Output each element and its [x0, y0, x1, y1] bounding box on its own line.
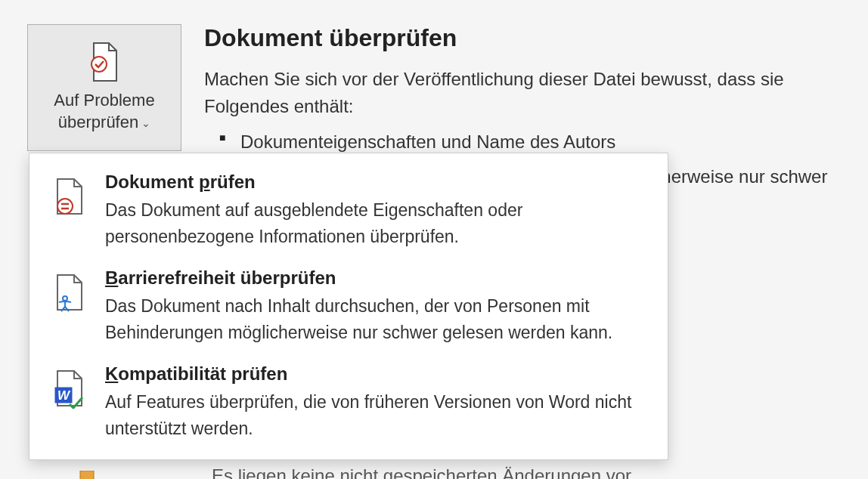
check-for-issues-button[interactable]: Auf Probleme überprüfen⌄: [27, 24, 181, 151]
chevron-down-icon: ⌄: [141, 116, 150, 130]
menu-item-title: Dokument prüfen: [105, 172, 649, 193]
partial-row-below: Es liegen keine nicht gespeicherten Ände…: [76, 465, 631, 479]
svg-point-1: [57, 199, 73, 214]
section-title: Dokument überprüfen: [204, 24, 845, 52]
check-for-issues-label: Auf Probleme überprüfen⌄: [54, 90, 154, 133]
check-for-issues-dropdown: Dokument prüfen Das Dokument auf ausgebl…: [29, 153, 668, 460]
menu-item-check-compatibility[interactable]: W Kompatibilität prüfen Auf Features übe…: [29, 354, 668, 450]
partial-text: Es liegen keine nicht gespeicherten Ände…: [212, 465, 631, 479]
menu-item-description: Das Dokument nach Inhalt durchsuchen, de…: [105, 293, 649, 345]
menu-item-check-accessibility[interactable]: Barrierefreiheit überprüfen Das Dokument…: [29, 258, 668, 354]
svg-point-0: [91, 57, 107, 72]
section-description: Machen Sie sich vor der Veröffentlichung…: [204, 66, 845, 120]
inspect-document-icon: [51, 172, 88, 217]
accessibility-icon: [51, 267, 88, 313]
menu-item-inspect-document[interactable]: Dokument prüfen Das Dokument auf ausgebl…: [29, 162, 668, 258]
menu-item-title: Barrierefreiheit überprüfen: [105, 267, 649, 289]
svg-text:W: W: [57, 388, 71, 403]
menu-item-title: Kompatibilität prüfen: [105, 363, 649, 385]
document-icon: [76, 471, 98, 479]
menu-item-description: Auf Features überprüfen, die von frühere…: [105, 389, 649, 441]
compatibility-icon: W: [51, 363, 88, 409]
document-check-icon: [86, 42, 122, 84]
menu-item-description: Das Dokument auf ausgeblendete Eigenscha…: [105, 197, 649, 249]
svg-rect-7: [80, 471, 94, 479]
